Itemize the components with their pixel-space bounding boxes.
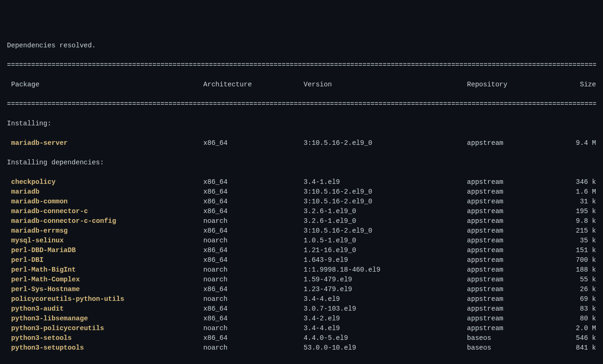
package-repo: appstream: [467, 294, 560, 304]
package-version: 3.4-4.el9: [304, 294, 467, 304]
package-repo: appstream: [467, 275, 560, 285]
package-name: mariadb-connector-c: [11, 208, 88, 215]
col-header-version: Version: [304, 80, 467, 90]
package-size: 151 k: [560, 246, 596, 255]
package-name: python3-libsemanage: [11, 315, 88, 322]
package-repo: appstream: [467, 226, 560, 236]
package-version: 53.0.0-10.el9: [304, 343, 467, 353]
package-size: 188 k: [560, 265, 596, 275]
package-repo: appstream: [467, 236, 560, 246]
package-row: mariadb-commonx86_643:10.5.16-2.el9_0app…: [7, 197, 596, 207]
package-arch: x86_64: [203, 207, 304, 216]
package-name: mariadb-connector-c-config: [11, 217, 116, 225]
package-row: perl-Math-BigIntnoarch1:1.9998.18-460.el…: [7, 265, 596, 275]
package-arch: x86_64: [203, 177, 304, 187]
package-size: 700 k: [560, 255, 596, 265]
package-version: 3.4-2.el9: [304, 314, 467, 324]
package-version: 3.4-1.el9: [304, 177, 467, 187]
package-version: 3.2.6-1.el9_0: [304, 207, 467, 216]
package-name: mariadb-server: [11, 139, 68, 147]
package-repo: appstream: [467, 187, 560, 197]
package-repo: baseos: [467, 333, 560, 343]
package-row: mysql-selinuxnoarch1.0.5-1.el9_0appstrea…: [7, 236, 596, 246]
package-repo: appstream: [467, 138, 560, 148]
package-arch: noarch: [203, 236, 304, 246]
package-repo: appstream: [467, 265, 560, 275]
package-repo: appstream: [467, 246, 560, 255]
col-header-repo: Repository: [467, 80, 560, 90]
package-size: 26 k: [560, 285, 596, 294]
package-name: python3-audit: [11, 305, 64, 312]
package-row: python3-policycoreutilsnoarch3.4-4.el9ap…: [7, 324, 596, 333]
package-size: 2.0 M: [560, 324, 596, 333]
package-repo: appstream: [467, 285, 560, 294]
package-size: 35 k: [560, 236, 596, 246]
package-arch: noarch: [203, 275, 304, 285]
package-row: mariadb-connector-cx86_643.2.6-1.el9_0ap…: [7, 207, 596, 216]
package-version: 1.23-479.el9: [304, 285, 467, 294]
package-row: mariadb-connector-c-confignoarch3.2.6-1.…: [7, 216, 596, 226]
package-version: 1.643-9.el9: [304, 255, 467, 265]
package-arch: x86_64: [203, 285, 304, 294]
divider-header: ========================================…: [7, 99, 596, 109]
package-repo: appstream: [467, 255, 560, 265]
package-name: policycoreutils-python-utils: [11, 295, 124, 303]
package-arch: x86_64: [203, 138, 304, 148]
package-row: perl-Sys-Hostnamex86_641.23-479.el9appst…: [7, 285, 596, 294]
package-arch: x86_64: [203, 197, 304, 207]
package-version: 3:10.5.16-2.el9_0: [304, 187, 467, 197]
package-name: mysql-selinux: [11, 237, 64, 244]
package-row: checkpolicyx86_643.4-1.el9appstream346 k: [7, 177, 596, 187]
package-row: perl-DBIx86_641.643-9.el9appstream700 k: [7, 255, 596, 265]
package-size: 31 k: [560, 197, 596, 207]
dependencies-resolved: Dependencies resolved.: [7, 41, 596, 51]
package-name: mariadb: [11, 188, 39, 195]
package-arch: noarch: [203, 343, 304, 353]
package-repo: appstream: [467, 216, 560, 226]
package-name: perl-Math-Complex: [11, 276, 80, 283]
package-row: perl-Math-Complexnoarch1.59-479.el9appst…: [7, 275, 596, 285]
package-arch: noarch: [203, 294, 304, 304]
package-name: checkpolicy: [11, 178, 56, 186]
package-row: python3-libsemanagex86_643.4-2.el9appstr…: [7, 314, 596, 324]
package-repo: appstream: [467, 304, 560, 314]
package-version: 1.21-16.el9_0: [304, 246, 467, 255]
package-version: 1.0.5-1.el9_0: [304, 236, 467, 246]
package-repo: appstream: [467, 207, 560, 216]
col-header-size: Size: [560, 80, 596, 90]
package-size: 841 k: [560, 343, 596, 353]
package-name: perl-DBD-MariaDB: [11, 247, 76, 254]
package-version: 1.59-479.el9: [304, 275, 467, 285]
package-row: python3-setoolsx86_644.4.0-5.el9baseos54…: [7, 333, 596, 343]
package-arch: noarch: [203, 216, 304, 226]
section-installing: Installing:: [7, 119, 596, 129]
package-repo: appstream: [467, 324, 560, 333]
package-arch: noarch: [203, 265, 304, 275]
package-version: 3.4-4.el9: [304, 324, 467, 333]
col-header-arch: Architecture: [203, 80, 304, 90]
package-repo: appstream: [467, 197, 560, 207]
header-row: Package Architecture Version Repository …: [7, 80, 596, 90]
package-size: 195 k: [560, 207, 596, 216]
package-arch: x86_64: [203, 187, 304, 197]
package-repo: baseos: [467, 343, 560, 353]
package-row: mariadbx86_643:10.5.16-2.el9_0appstream1…: [7, 187, 596, 197]
package-version: 3:10.5.16-2.el9_0: [304, 226, 467, 236]
package-name: python3-policycoreutils: [11, 325, 104, 332]
package-arch: noarch: [203, 324, 304, 333]
package-size: 215 k: [560, 226, 596, 236]
package-version: 3.0.7-103.el9: [304, 304, 467, 314]
package-row: mariadb-errmsgx86_643:10.5.16-2.el9_0app…: [7, 226, 596, 236]
package-name: mariadb-common: [11, 198, 68, 205]
package-arch: x86_64: [203, 304, 304, 314]
package-repo: appstream: [467, 314, 560, 324]
package-size: 546 k: [560, 333, 596, 343]
package-size: 69 k: [560, 294, 596, 304]
package-repo: appstream: [467, 177, 560, 187]
section-installing-deps: Installing dependencies:: [7, 158, 596, 168]
package-size: 346 k: [560, 177, 596, 187]
package-arch: x86_64: [203, 255, 304, 265]
package-size: 9.4 M: [560, 138, 596, 148]
package-row: python3-auditx86_643.0.7-103.el9appstrea…: [7, 304, 596, 314]
package-name: python3-setools: [11, 334, 72, 342]
